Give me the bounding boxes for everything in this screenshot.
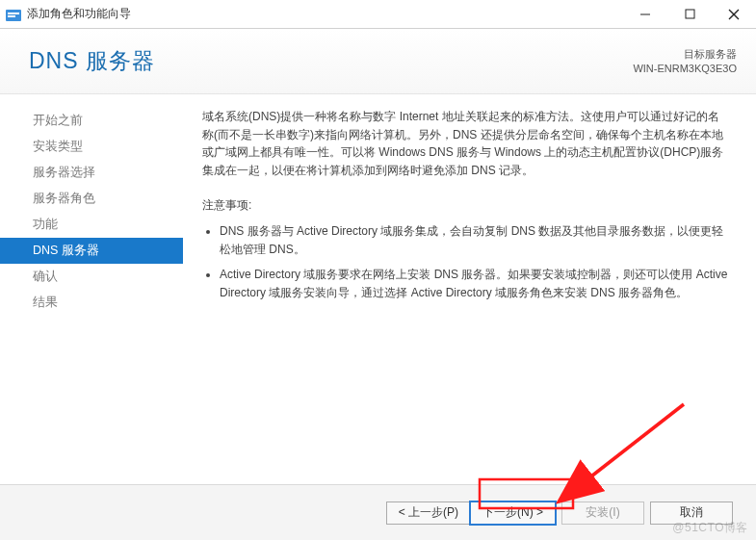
destination-value: WIN-ENRM3KQ3E3O <box>633 62 737 76</box>
maximize-button[interactable] <box>667 0 712 28</box>
svg-rect-1 <box>8 13 19 14</box>
wizard-body: 开始之前安装类型服务器选择服务器角色功能DNS 服务器确认结果 域名系统(DNS… <box>0 94 756 472</box>
wizard-header: DNS 服务器 目标服务器 WIN-ENRM3KQ3E3O <box>0 29 756 94</box>
step-1[interactable]: 安装类型 <box>0 134 183 160</box>
note-item: Active Directory 域服务要求在网络上安装 DNS 服务器。如果要… <box>220 266 729 301</box>
step-sidebar: 开始之前安装类型服务器选择服务器角色功能DNS 服务器确认结果 <box>0 94 183 472</box>
step-0[interactable]: 开始之前 <box>0 108 183 134</box>
window-buttons <box>623 0 756 28</box>
wizard-footer: < 上一步(P) 下一步(N) > 安装(I) 取消 <box>0 484 756 540</box>
next-button[interactable]: 下一步(N) > <box>470 501 556 525</box>
minimize-button[interactable] <box>623 0 667 28</box>
destination-server: 目标服务器 WIN-ENRM3KQ3E3O <box>633 47 737 76</box>
nav-button-group: < 上一步(P) 下一步(N) > <box>386 501 556 525</box>
step-6: 确认 <box>0 264 183 290</box>
notes-heading: 注意事项: <box>202 196 729 215</box>
step-5[interactable]: DNS 服务器 <box>0 238 183 264</box>
titlebar: 添加角色和功能向导 <box>0 0 756 29</box>
note-item: DNS 服务器与 Active Directory 域服务集成，会自动复制 DN… <box>220 222 729 258</box>
destination-label: 目标服务器 <box>633 47 737 62</box>
close-button[interactable] <box>712 0 756 28</box>
step-4[interactable]: 功能 <box>0 212 183 238</box>
notes-list: DNS 服务器与 Active Directory 域服务集成，会自动复制 DN… <box>202 222 729 301</box>
page-title: DNS 服务器 <box>29 46 633 76</box>
svg-rect-4 <box>686 10 694 18</box>
step-7: 结果 <box>0 290 183 316</box>
watermark: @51CTO博客 <box>672 520 748 536</box>
install-button[interactable]: 安装(I) <box>561 501 644 525</box>
previous-button[interactable]: < 上一步(P) <box>386 501 470 525</box>
step-3[interactable]: 服务器角色 <box>0 186 183 212</box>
content-pane: 域名系统(DNS)提供一种将名称与数字 Internet 地址关联起来的标准方法… <box>183 94 756 472</box>
app-icon <box>6 8 21 21</box>
window-title: 添加角色和功能向导 <box>27 6 623 22</box>
svg-rect-2 <box>8 15 15 17</box>
step-2[interactable]: 服务器选择 <box>0 160 183 186</box>
description-text: 域名系统(DNS)提供一种将名称与数字 Internet 地址关联起来的标准方法… <box>202 108 729 179</box>
